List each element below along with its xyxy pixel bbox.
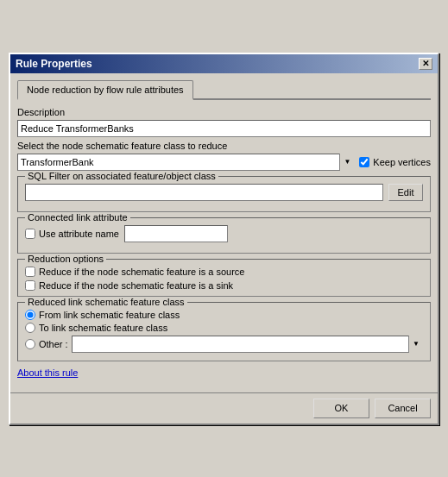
reduced-link-title: Reduced link schematic feature class <box>25 297 187 307</box>
edit-button[interactable]: Edit <box>388 184 423 201</box>
connected-link-title: Connected link attribute <box>25 212 130 223</box>
from-radio[interactable] <box>25 310 35 320</box>
about-section: About this rule <box>17 367 431 379</box>
keep-vertices-checkbox[interactable] <box>359 157 369 167</box>
other-dropdown-wrapper: ▼ <box>72 336 423 353</box>
description-input[interactable] <box>17 120 431 137</box>
window-title: Rule Properties <box>16 58 92 70</box>
sql-filter-input[interactable] <box>25 184 383 201</box>
description-section: Description <box>17 107 431 137</box>
keep-vertices-checkbox-label[interactable]: Keep vertices <box>359 157 431 167</box>
source-checkbox[interactable] <box>25 267 35 277</box>
button-row: OK Cancel <box>10 392 438 424</box>
node-class-dropdown[interactable]: TransformerBank <box>17 154 354 171</box>
sink-checkbox-label[interactable]: Reduce if the node schematic feature is … <box>25 280 423 291</box>
attr-name-input[interactable] <box>124 225 228 242</box>
node-class-dropdown-wrapper: TransformerBank ▼ <box>17 154 354 171</box>
node-class-row: TransformerBank ▼ Keep vertices <box>17 154 431 171</box>
sql-filter-title: SQL Filter on associated feature/object … <box>25 171 218 181</box>
tab-bar: Node reduction by flow rule attributes <box>17 78 431 100</box>
use-attr-checkbox-label[interactable]: Use attribute name <box>25 229 119 239</box>
to-radio-label[interactable]: To link schematic feature class <box>25 323 423 333</box>
ok-button[interactable]: OK <box>313 399 369 418</box>
connected-link-group: Connected link attribute Use attribute n… <box>17 217 431 254</box>
other-radio-row: Other : ▼ <box>25 336 423 353</box>
node-class-section: Select the node schematic feature class … <box>17 141 431 171</box>
other-dropdown[interactable] <box>72 336 423 353</box>
node-class-label: Select the node schematic feature class … <box>17 141 431 151</box>
tab-node-reduction[interactable]: Node reduction by flow rule attributes <box>17 80 193 100</box>
sql-filter-row: Edit <box>25 184 423 201</box>
other-radio-label[interactable]: Other : <box>25 339 68 349</box>
sql-filter-group: SQL Filter on associated feature/object … <box>17 176 431 212</box>
other-radio[interactable] <box>25 339 35 349</box>
reduced-link-content: From link schematic feature class To lin… <box>25 310 423 353</box>
source-checkbox-label[interactable]: Reduce if the node schematic feature is … <box>25 267 423 277</box>
from-radio-label[interactable]: From link schematic feature class <box>25 310 423 320</box>
connected-link-row: Use attribute name <box>25 225 423 242</box>
reduction-options-group: Reduction options Reduce if the node sch… <box>17 259 431 297</box>
sink-checkbox[interactable] <box>25 280 35 291</box>
description-label: Description <box>17 107 431 117</box>
rule-properties-window: Rule Properties ✕ Node reduction by flow… <box>9 53 439 425</box>
use-attr-checkbox[interactable] <box>25 229 35 239</box>
to-radio[interactable] <box>25 323 35 333</box>
cancel-button[interactable]: Cancel <box>375 399 431 418</box>
reduced-link-group: Reduced link schematic feature class Fro… <box>17 302 431 361</box>
close-button[interactable]: ✕ <box>419 58 432 70</box>
reduction-options-title: Reduction options <box>25 254 106 264</box>
about-link[interactable]: About this rule <box>17 367 78 378</box>
main-content: Node reduction by flow rule attributes D… <box>10 73 438 389</box>
reduction-options-content: Reduce if the node schematic feature is … <box>25 267 423 291</box>
title-bar: Rule Properties ✕ <box>10 54 438 73</box>
